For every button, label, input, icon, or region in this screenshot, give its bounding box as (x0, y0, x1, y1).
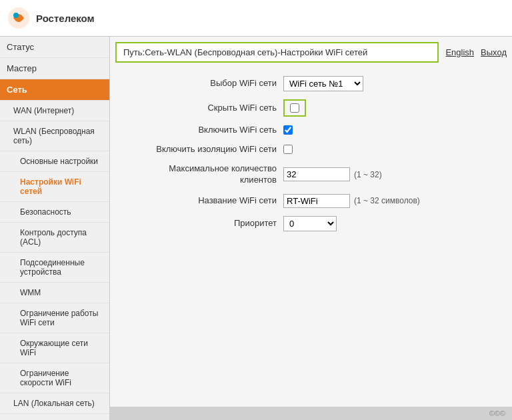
footer-text: ©©© (489, 409, 505, 417)
enable-wifi-control (283, 125, 293, 135)
footer: ©©© (110, 407, 512, 420)
hide-wifi-highlight (283, 99, 306, 117)
wifi-select[interactable]: WiFi сеть №1 WiFi сеть №2 WiFi сеть №3 W… (283, 76, 363, 91)
sidebar-item-acl[interactable]: Контроль доступа (ACL) (0, 223, 109, 253)
hide-wifi-control (283, 99, 306, 117)
wifi-select-control: WiFi сеть №1 WiFi сеть №2 WiFi сеть №3 W… (283, 76, 363, 91)
isolate-wifi-control (283, 145, 293, 154)
enable-wifi-checkbox[interactable] (283, 125, 293, 135)
sidebar-item-lan[interactable]: LAN (Локальная сеть) (0, 393, 109, 414)
hide-wifi-checkbox[interactable] (290, 103, 299, 113)
main-panel: Путь:Сеть-WLAN (Беспроводная сеть)-Настр… (110, 37, 512, 420)
sidebar-item-status[interactable]: Статус (0, 37, 109, 58)
main-container: Ростелеком Статус Мастер Сеть WAN (Интер… (0, 0, 512, 420)
content-area: Статус Мастер Сеть WAN (Интернет) WLAN (… (0, 37, 512, 420)
sidebar-item-basic[interactable]: Основные настройки (0, 151, 109, 172)
wifi-name-input[interactable] (283, 194, 350, 208)
sidebar-item-connected[interactable]: Подсоединенные устройства (0, 253, 109, 283)
sidebar-item-nearby[interactable]: Окружающие сети WiFi (0, 333, 109, 363)
sidebar-item-wifi-settings[interactable]: Настройки WiFi сетей (0, 172, 109, 202)
sidebar-item-speed-limit[interactable]: Ограничение скорости WiFi (0, 363, 109, 393)
sidebar-item-master[interactable]: Мастер (0, 58, 109, 79)
logo-text: Ростелеком (36, 13, 95, 24)
header: Ростелеком (0, 0, 512, 37)
form-area: Выбор WiFi сети WiFi сеть №1 WiFi сеть №… (110, 63, 512, 407)
wifi-select-row: Выбор WiFi сети WiFi сеть №1 WiFi сеть №… (130, 76, 492, 91)
max-clients-hint: (1 ~ 32) (354, 170, 382, 179)
wifi-name-control: (1 ~ 32 символов) (283, 194, 420, 208)
wifi-name-row: Название WiFi сети (1 ~ 32 символов) (130, 194, 492, 208)
svg-point-1 (13, 13, 19, 18)
english-link[interactable]: English (445, 47, 474, 57)
wifi-name-label: Название WiFi сети (130, 195, 283, 207)
isolate-wifi-checkbox[interactable] (283, 145, 293, 154)
max-clients-control: (1 ~ 32) (283, 167, 382, 181)
logout-link[interactable]: Выход (481, 47, 507, 57)
path-bar: Путь:Сеть-WLAN (Беспроводная сеть)-Настр… (115, 42, 439, 63)
hide-wifi-label: Скрыть WiFi сеть (130, 103, 283, 114)
isolate-wifi-label: Включить изоляцию WiFi сети (130, 144, 283, 155)
wifi-select-label: Выбор WiFi сети (130, 78, 283, 89)
sidebar-item-wifi-limit[interactable]: Ограничение работы WiFi сети (0, 303, 109, 333)
isolate-wifi-row: Включить изоляцию WiFi сети (130, 144, 492, 155)
max-clients-label: Максимальное количество клиентов (130, 163, 283, 186)
enable-wifi-label: Включить WiFi сеть (130, 125, 283, 136)
priority-select[interactable]: 0 1 2 3 4 (283, 216, 337, 231)
max-clients-row: Максимальное количество клиентов (1 ~ 32… (130, 163, 492, 186)
priority-row: Приоритет 0 1 2 3 4 (130, 216, 492, 231)
sidebar-item-wlan[interactable]: WLAN (Беспроводная сеть) (0, 121, 109, 151)
hide-wifi-row: Скрыть WiFi сеть (130, 99, 492, 117)
sidebar-item-wmm[interactable]: WMM (0, 283, 109, 303)
priority-control: 0 1 2 3 4 (283, 216, 337, 231)
sidebar: Статус Мастер Сеть WAN (Интернет) WLAN (… (0, 37, 110, 420)
logo-icon (7, 6, 31, 30)
sidebar-item-security[interactable]: Безопасность (0, 202, 109, 223)
enable-wifi-row: Включить WiFi сеть (130, 125, 492, 136)
logo-container: Ростелеком (7, 6, 95, 30)
max-clients-input[interactable] (283, 167, 350, 181)
sidebar-item-routing4[interactable]: Маршрутизация(IPv4) (0, 414, 109, 420)
priority-label: Приоритет (130, 218, 283, 229)
sidebar-item-network[interactable]: Сеть (0, 79, 109, 101)
sidebar-item-wan[interactable]: WAN (Интернет) (0, 101, 109, 121)
wifi-name-hint: (1 ~ 32 символов) (354, 196, 420, 205)
path-text: Путь:Сеть-WLAN (Беспроводная сеть)-Настр… (123, 47, 367, 57)
